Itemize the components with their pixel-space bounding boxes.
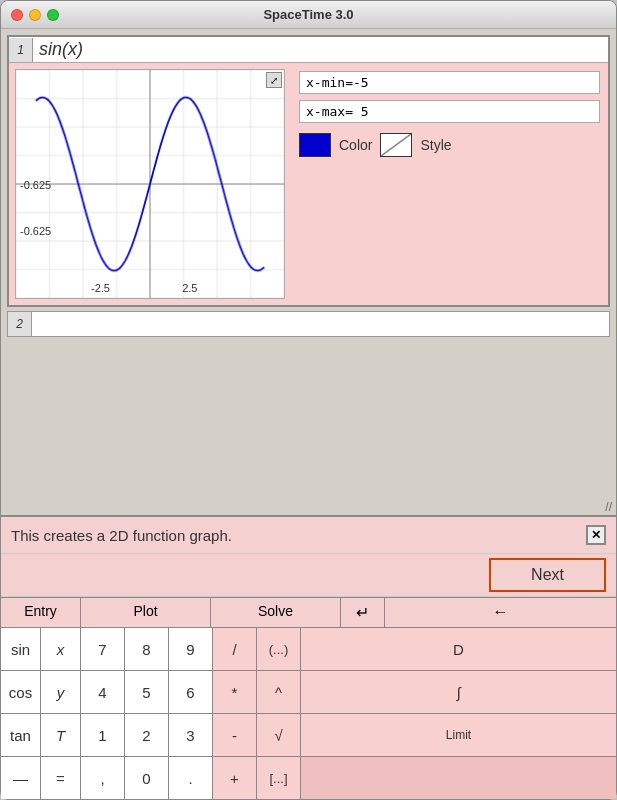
keyboard-row-3: tan T 1 2 3 - √ Limit xyxy=(1,714,616,757)
color-style-row: Color Style xyxy=(299,133,600,157)
key-multiply[interactable]: * xyxy=(213,671,257,713)
title-bar: SpaceTime 3.0 xyxy=(1,1,616,29)
resize-grip: // xyxy=(605,500,612,514)
key-4[interactable]: 4 xyxy=(81,671,125,713)
sine-graph-canvas xyxy=(16,70,284,298)
header-backspace: ← xyxy=(385,598,616,627)
graph-controls-1: x-min=-5 x-max= 5 Color Style xyxy=(291,63,608,305)
keyboard-row-4: — = , 0 . + [...] xyxy=(1,757,616,799)
key-dash[interactable]: — xyxy=(1,757,41,799)
expand-graph-button[interactable]: ⤢ xyxy=(266,72,282,88)
close-button[interactable] xyxy=(11,9,23,21)
key-1[interactable]: 1 xyxy=(81,714,125,756)
key-parens[interactable]: (...) xyxy=(257,628,301,670)
key-7[interactable]: 7 xyxy=(81,628,125,670)
next-button-row: Next xyxy=(1,554,616,597)
traffic-lights xyxy=(11,9,59,21)
next-button[interactable]: Next xyxy=(489,558,606,592)
keyboard-section: This creates a 2D function graph. ✕ Next… xyxy=(1,515,616,799)
xmax-display[interactable]: x-max= 5 xyxy=(299,100,600,123)
key-2[interactable]: 2 xyxy=(125,714,169,756)
key-cos[interactable]: cos xyxy=(1,671,41,713)
x-label-right: 2.5 xyxy=(182,282,197,294)
keyboard-row-1: sin x 7 8 9 / (...) D xyxy=(1,628,616,671)
key-divide[interactable]: / xyxy=(213,628,257,670)
key-minus[interactable]: - xyxy=(213,714,257,756)
header-enter: ↵ xyxy=(341,598,385,627)
entry-number-2: 2 xyxy=(8,312,32,336)
minimize-button[interactable] xyxy=(29,9,41,21)
key-power[interactable]: ^ xyxy=(257,671,301,713)
key-blank[interactable] xyxy=(301,757,616,799)
key-plus[interactable]: + xyxy=(213,757,257,799)
key-limit[interactable]: Limit xyxy=(301,714,616,756)
key-sqrt[interactable]: √ xyxy=(257,714,301,756)
entry-row-1: 1 ⤢ -0.625 -0.625 -2.5 2.5 xyxy=(7,35,610,307)
key-T[interactable]: T xyxy=(41,714,81,756)
x-label-left: -2.5 xyxy=(91,282,110,294)
key-8[interactable]: 8 xyxy=(125,628,169,670)
xmin-display[interactable]: x-min=-5 xyxy=(299,71,600,94)
spacer-area xyxy=(1,343,616,499)
info-bar: This creates a 2D function graph. ✕ xyxy=(1,517,616,554)
header-plot: Plot xyxy=(81,598,211,627)
maximize-button[interactable] xyxy=(47,9,59,21)
entry-row-2: 2 xyxy=(7,311,610,337)
main-window: SpaceTime 3.0 1 ⤢ -0.625 -0.625 xyxy=(0,0,617,800)
color-label: Color xyxy=(339,137,372,153)
keyboard-header: Entry Plot Solve ↵ ← xyxy=(1,597,616,628)
key-x[interactable]: x xyxy=(41,628,81,670)
entries-section: 1 ⤢ -0.625 -0.625 -2.5 2.5 xyxy=(1,29,616,343)
key-tan[interactable]: tan xyxy=(1,714,41,756)
key-equals[interactable]: = xyxy=(41,757,81,799)
header-entry: Entry xyxy=(1,598,81,627)
key-brackets[interactable]: [...] xyxy=(257,757,301,799)
svg-line-0 xyxy=(381,134,411,156)
key-9[interactable]: 9 xyxy=(169,628,213,670)
key-5[interactable]: 5 xyxy=(125,671,169,713)
key-integral[interactable]: ∫ xyxy=(301,671,616,713)
entry-top-1: 1 xyxy=(9,37,608,62)
key-6[interactable]: 6 xyxy=(169,671,213,713)
entry-input-1[interactable] xyxy=(33,37,608,62)
keyboard-row-2: cos y 4 5 6 * ^ ∫ xyxy=(1,671,616,714)
key-comma[interactable]: , xyxy=(81,757,125,799)
window-content: 1 ⤢ -0.625 -0.625 -2.5 2.5 xyxy=(1,29,616,799)
color-swatch[interactable] xyxy=(299,133,331,157)
style-box[interactable] xyxy=(380,133,412,157)
entry-content-area-1: ⤢ -0.625 -0.625 -2.5 2.5 x-min=-5 x-max=… xyxy=(9,62,608,305)
info-text: This creates a 2D function graph. xyxy=(11,527,232,544)
key-D[interactable]: D xyxy=(301,628,616,670)
bottom-status: // xyxy=(1,499,616,515)
key-period[interactable]: . xyxy=(169,757,213,799)
key-0[interactable]: 0 xyxy=(125,757,169,799)
entry-input-2[interactable] xyxy=(32,312,609,336)
y-label-negative: -0.625 xyxy=(20,225,51,237)
entry-number-1: 1 xyxy=(9,38,33,62)
info-close-button[interactable]: ✕ xyxy=(586,525,606,545)
window-title: SpaceTime 3.0 xyxy=(263,7,353,22)
key-3[interactable]: 3 xyxy=(169,714,213,756)
y-label-positive: -0.625 xyxy=(20,179,51,191)
key-sin[interactable]: sin xyxy=(1,628,41,670)
header-solve: Solve xyxy=(211,598,341,627)
key-y[interactable]: y xyxy=(41,671,81,713)
style-label: Style xyxy=(420,137,451,153)
graph-area-1: ⤢ -0.625 -0.625 -2.5 2.5 xyxy=(15,69,285,299)
